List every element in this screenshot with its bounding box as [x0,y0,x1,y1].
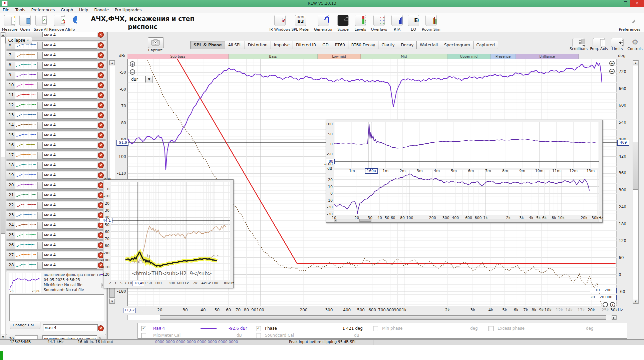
close-button[interactable]: × [630,0,644,7]
measurement-name-field[interactable]: мая 4 [42,72,97,79]
freq-range-box-2[interactable]: 20 .. 20 000 [586,295,617,300]
measurement-row-24[interactable]: 24мая 4× [6,220,106,230]
restore-button[interactable]: ❐ [622,1,629,6]
measurement-row-10[interactable]: 10мая 4× [6,80,106,90]
measurement-name-field[interactable]: мая 4 [42,152,97,159]
measurement-row-17[interactable]: 17мая 4× [6,150,106,160]
measurement-row-9[interactable]: 9мая 4× [6,70,106,80]
measurement-row-20[interactable]: 20мая 4× [6,180,106,190]
selected-delete-button[interactable]: × [98,325,104,331]
delete-measurement-button[interactable]: × [98,62,104,68]
capture-button[interactable] [148,37,164,48]
measurement-name-field[interactable]: мая 4 [42,142,97,149]
zoom-out-right-button[interactable]: − [609,69,615,74]
measurement-row-12[interactable]: 12мая 4× [6,100,106,110]
tab-rt60[interactable]: RT60 [332,41,348,49]
measurement-name-field[interactable]: мая 4 [42,202,97,209]
collapse-button[interactable]: Collapse « [5,37,32,44]
measurement-row-30[interactable]: 30 включение фильтра после тем ✎ [6,334,106,339]
delete-measurement-button[interactable]: × [98,102,104,108]
delete-measurement-button[interactable]: × [98,92,104,98]
tab-filtered-ir[interactable]: Filtered IR [293,41,319,49]
tab-spl-phase[interactable]: SPL & Phase [190,41,225,49]
zoom-in-bottom-button[interactable]: + [610,302,615,307]
minimize-button[interactable]: – [615,1,622,6]
tab-decay[interactable]: Decay [398,41,417,49]
delete-measurement-button[interactable]: × [98,52,104,58]
tab-clarity[interactable]: Clarity [378,41,398,49]
measurement-name-field[interactable]: мая 4 [42,252,97,259]
measurement-row-15[interactable]: 15мая 4× [6,130,106,140]
combo-arrow-icon[interactable]: ▼ [145,76,153,83]
measurement-name-field[interactable]: мая 4 [42,122,97,129]
legend-cal-checkbox-0[interactable] [141,333,146,338]
delete-measurement-button[interactable]: × [98,152,104,158]
measurement-row-14[interactable]: 14мая 4× [6,120,106,130]
delete-measurement-button[interactable]: × [98,162,104,168]
zoom-in-right-button[interactable]: + [609,61,615,66]
measurement-row-19[interactable]: 19мая 4× [6,170,106,180]
measurement-name-field[interactable]: мая 4 [42,192,97,199]
delete-measurement-button[interactable]: × [98,72,104,78]
graph-bottom-scrollbar[interactable]: ▶ [127,315,617,320]
delete-measurement-button[interactable]: × [98,132,104,138]
legend-checkbox-1[interactable]: ✓ [256,326,261,331]
legend-checkbox-0[interactable]: ✓ [141,326,146,331]
measurement-name-field[interactable]: включение фильтра после тем [42,335,97,339]
notes-box[interactable] [9,294,104,321]
measurement-row-26[interactable]: 26мая 4× [6,240,106,250]
measurement-row-13[interactable]: 13мая 4× [6,110,106,120]
tab-rt60-decay[interactable]: RT60 Decay [348,41,379,49]
sidebar-scrollbar[interactable]: ▲ ▼ [1,32,5,339]
measurement-name-field[interactable]: мая 4 [42,232,97,239]
menu-help[interactable]: Help [79,8,88,12]
measurement-name-field[interactable]: мая 4 [42,162,97,169]
delete-measurement-button[interactable]: × [98,42,104,48]
menu-graph[interactable]: Graph [61,8,73,12]
measurement-row-27[interactable]: 27мая 4× [6,250,106,260]
inset-scrollbar[interactable]: ◀ [334,219,599,222]
freq-range-box-1[interactable]: 10 .. 200 [590,288,617,293]
measurement-name-field[interactable]: мая 4 [42,172,97,179]
measurement-row-11[interactable]: 11мая 4× [6,90,106,100]
measurement-name-field[interactable]: мая 4 [42,132,97,139]
chart-thd[interactable] [111,182,230,280]
measurement-name-field[interactable]: мая 4 [42,92,97,99]
measurement-row-21[interactable]: 21мая 4× [6,190,106,200]
measurement-row-22[interactable]: 22мая 4× [6,200,106,210]
legend-checkbox-2[interactable] [373,326,378,331]
delete-measurement-button[interactable]: × [98,172,104,178]
edit-pencil-icon[interactable]: ✎ [98,336,102,339]
tab-spectrogram[interactable]: Spectrogram [441,41,473,49]
menu-preferences[interactable]: Preferences [31,8,55,12]
change-cal-button[interactable]: Change Cal... [10,322,40,329]
zoom-out-left-button[interactable]: − [130,69,135,75]
measurement-name-field[interactable]: мая 4 [42,212,97,219]
tab-waterfall[interactable]: Waterfall [417,41,441,49]
measurement-name-field[interactable]: мая 4 [42,62,97,69]
legend-cal-checkbox-1[interactable] [256,333,261,338]
measurement-name-field[interactable]: мая 4 [42,52,97,59]
measurement-name-field[interactable]: мая 4 [42,262,97,269]
measurement-row-16[interactable]: 16мая 4× [6,140,106,150]
measurement-name-field[interactable]: мая 4 [42,182,97,189]
delete-measurement-button[interactable]: × [98,122,104,128]
measurement-row-23[interactable]: 23мая 4× [6,210,106,220]
measurement-name-field[interactable]: мая 4 [42,242,97,249]
tab-captured[interactable]: Captured [473,41,498,49]
selected-measurement[interactable]: 29 20 20,0k включение фильтра после тем … [6,271,106,335]
menu-pro-upgrades[interactable]: Pro Upgrades [115,8,141,12]
delete-measurement-button[interactable]: × [98,82,104,88]
measurement-row-18[interactable]: 18мая 4× [6,160,106,170]
measurement-name-field[interactable]: мая 4 [42,102,97,109]
menu-tools[interactable]: Tools [15,8,25,12]
delete-measurement-button[interactable]: × [98,142,104,148]
chart-imp[interactable] [334,122,599,168]
measurement-row-7[interactable]: 7мая 4× [6,50,106,60]
tab-impulse[interactable]: Impulse [271,41,293,49]
tab-all-spl[interactable]: All SPL [225,41,245,49]
measurement-name-field[interactable]: мая 4 [42,82,97,89]
chart-inspl[interactable] [334,170,599,215]
y-axis-combo[interactable]: dBr ▼ [129,76,153,82]
measurement-row-28[interactable]: 28мая 4× [6,260,106,270]
